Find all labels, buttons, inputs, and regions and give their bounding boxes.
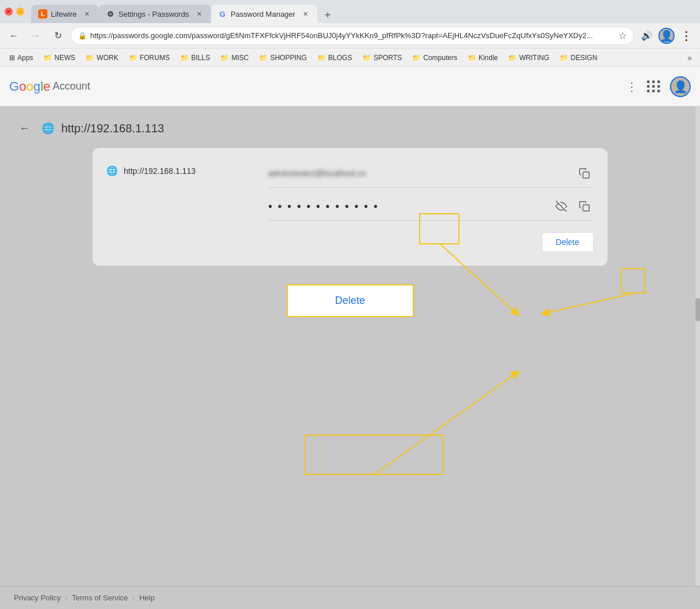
svg-rect-0 bbox=[583, 172, 590, 179]
forward-nav-button[interactable]: → bbox=[27, 27, 45, 45]
copy-password-button[interactable] bbox=[575, 197, 594, 216]
username-value: administrator@localhost.co bbox=[268, 169, 571, 178]
bookmark-bills-label: BILLS bbox=[191, 54, 210, 62]
bookmark-news-label: NEWS bbox=[54, 54, 75, 62]
pm-favicon: G bbox=[218, 9, 227, 18]
big-delete-button[interactable]: Delete bbox=[287, 284, 414, 317]
delete-card-button[interactable]: Delete bbox=[542, 232, 594, 252]
bookmark-blogs[interactable]: 📁 BLOGS bbox=[313, 51, 357, 64]
forward-nav-icon: → bbox=[31, 31, 40, 41]
site-url-label: http://192.168.1.113 bbox=[61, 122, 164, 135]
copy-password-icon bbox=[579, 200, 590, 212]
folder-icon-sports: 📁 bbox=[362, 54, 371, 62]
card-site-url: http://192.168.1.113 bbox=[124, 166, 196, 176]
star-button[interactable]: ☆ bbox=[618, 30, 627, 41]
close-button[interactable]: ✕ bbox=[5, 8, 13, 16]
delete-highlight-box bbox=[305, 435, 443, 475]
speaker-button[interactable]: 🔊 bbox=[638, 27, 656, 45]
account-label: Account bbox=[53, 80, 90, 92]
bookmark-news[interactable]: 📁 NEWS bbox=[39, 51, 80, 64]
window-controls: ✕ − bbox=[5, 8, 24, 16]
folder-icon-shopping: 📁 bbox=[259, 54, 268, 62]
pm-content-area: ← 🌐 http://192.168.1.113 🌐 http://192.16… bbox=[0, 106, 700, 586]
bookmarks-overflow-button[interactable]: » bbox=[684, 51, 695, 65]
back-to-list-button[interactable]: ← bbox=[14, 118, 35, 139]
header-more-button[interactable]: ⋮ bbox=[626, 80, 638, 94]
toggle-password-visibility-button[interactable] bbox=[552, 197, 571, 216]
bookmark-forums-label: FORUMS bbox=[140, 54, 170, 62]
terms-of-service-link[interactable]: Terms of Service bbox=[72, 593, 128, 602]
menu-icon: ⋮ bbox=[680, 29, 692, 43]
google-logo: Google Account bbox=[9, 79, 90, 94]
big-delete-container: Delete bbox=[0, 284, 700, 317]
address-bar[interactable]: 🔒 https://passwords.google.com/password/… bbox=[71, 27, 634, 45]
minimize-button[interactable]: − bbox=[16, 8, 24, 16]
header-apps-button[interactable] bbox=[647, 80, 661, 92]
bookmark-sports[interactable]: 📁 SPORTS bbox=[358, 51, 406, 64]
folder-icon-design: 📁 bbox=[560, 54, 568, 62]
browser-frame: ✕ − L Lifewire ✕ ⚙ Settings - Passwords … bbox=[0, 0, 700, 609]
tab-lifewire-label: Lifewire bbox=[51, 10, 77, 18]
page-footer: Privacy Policy · Terms of Service · Help bbox=[0, 586, 700, 609]
username-field-row: administrator@localhost.co bbox=[268, 159, 594, 188]
bookmark-bills[interactable]: 📁 BILLS bbox=[176, 51, 215, 64]
bookmark-sports-label: SPORTS bbox=[373, 54, 402, 62]
password-field-row: • • • • • • • • • • • • bbox=[268, 192, 594, 221]
bookmark-work[interactable]: 📁 WORK bbox=[81, 51, 123, 64]
lifewire-favicon: L bbox=[38, 9, 47, 18]
new-tab-button[interactable]: + bbox=[320, 7, 336, 23]
bookmark-computers-label: Computers bbox=[423, 54, 457, 62]
folder-icon-work: 📁 bbox=[86, 54, 94, 62]
help-link[interactable]: Help bbox=[139, 593, 155, 602]
scroll-track bbox=[695, 106, 700, 586]
tab-settings-label: Settings - Passwords bbox=[118, 10, 189, 18]
bookmark-shopping-label: SHOPPING bbox=[270, 54, 306, 62]
lock-icon: 🔒 bbox=[78, 32, 87, 40]
scroll-thumb[interactable] bbox=[695, 298, 700, 321]
password-value: • • • • • • • • • • • • bbox=[268, 200, 547, 213]
password-card: 🌐 http://192.168.1.113 administrator@loc… bbox=[92, 148, 608, 266]
bookmark-kindle[interactable]: 📁 Kindle bbox=[463, 51, 502, 64]
bookmark-blogs-label: BLOGS bbox=[328, 54, 352, 62]
apps-grid-icon bbox=[647, 80, 661, 92]
tab-lifewire[interactable]: L Lifewire ✕ bbox=[31, 5, 99, 23]
tab-settings-passwords[interactable]: ⚙ Settings - Passwords ✕ bbox=[99, 5, 211, 23]
bookmarks-bar: ⊞ Apps 📁 NEWS 📁 WORK 📁 FORUMS 📁 BILLS 📁 … bbox=[0, 49, 700, 67]
apps-bookmark-icon: ⊞ bbox=[9, 54, 15, 62]
page-content: Google Account ⋮ 👤 ← bbox=[0, 67, 700, 609]
tab-pm-close[interactable]: ✕ bbox=[301, 9, 310, 18]
copy-username-button[interactable] bbox=[575, 164, 594, 183]
privacy-policy-link[interactable]: Privacy Policy bbox=[14, 593, 61, 602]
logo-o2: o bbox=[26, 79, 33, 94]
bookmark-computers[interactable]: 📁 Computers bbox=[408, 51, 462, 64]
folder-icon-forums: 📁 bbox=[129, 54, 138, 62]
tab-bar: L Lifewire ✕ ⚙ Settings - Passwords ✕ G … bbox=[31, 0, 695, 23]
back-nav-button[interactable]: ← bbox=[5, 27, 23, 45]
tab-lifewire-close[interactable]: ✕ bbox=[83, 9, 92, 18]
google-logo-text: Google bbox=[9, 79, 50, 94]
bookmark-design-label: DESIGN bbox=[571, 54, 597, 62]
bookmark-apps[interactable]: ⊞ Apps bbox=[5, 51, 38, 64]
profile-button[interactable]: 👤 bbox=[657, 27, 676, 45]
folder-icon-bills: 📁 bbox=[180, 54, 189, 62]
reload-button[interactable]: ↻ bbox=[49, 27, 67, 45]
bookmark-shopping[interactable]: 📁 SHOPPING bbox=[254, 51, 311, 64]
bookmark-design[interactable]: 📁 DESIGN bbox=[555, 51, 602, 64]
google-header: Google Account ⋮ 👤 bbox=[0, 67, 700, 106]
bookmark-forums[interactable]: 📁 FORUMS bbox=[124, 51, 175, 64]
folder-icon-writing: 📁 bbox=[508, 54, 517, 62]
bookmark-writing[interactable]: 📁 WRITING bbox=[503, 51, 554, 64]
reload-icon: ↻ bbox=[54, 30, 62, 41]
copy-username-icon bbox=[579, 168, 590, 179]
tab-password-manager[interactable]: G Password Manager ✕ bbox=[211, 5, 317, 23]
bookmark-misc[interactable]: 📁 MISC bbox=[216, 51, 253, 64]
tab-settings-close[interactable]: ✕ bbox=[195, 9, 204, 18]
bookmark-kindle-label: Kindle bbox=[479, 54, 498, 62]
nav-bar: ← → ↻ 🔒 https://passwords.google.com/pas… bbox=[0, 23, 700, 49]
menu-button[interactable]: ⋮ bbox=[677, 27, 695, 45]
header-profile-avatar[interactable]: 👤 bbox=[670, 76, 691, 97]
svg-rect-2 bbox=[583, 205, 590, 211]
folder-icon-misc: 📁 bbox=[220, 54, 229, 62]
back-nav-icon: ← bbox=[9, 31, 18, 41]
address-text: https://passwords.google.com/password/gE… bbox=[90, 31, 615, 40]
